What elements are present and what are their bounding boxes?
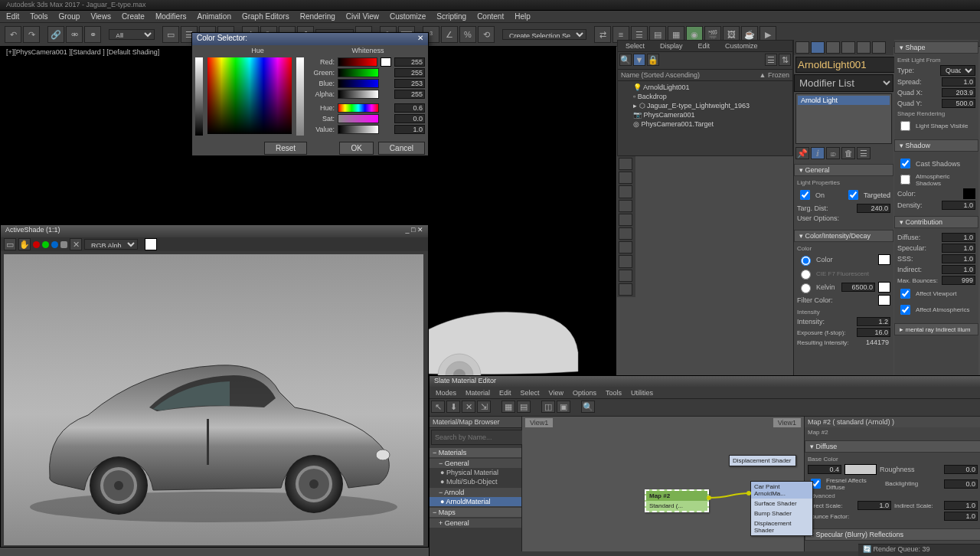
reset-button[interactable]: Reset xyxy=(264,142,307,155)
filter-bone-icon[interactable] xyxy=(619,241,632,253)
clear-button[interactable]: ✕ xyxy=(70,238,82,250)
affvp-checkbox[interactable] xyxy=(900,289,910,299)
menu-content[interactable]: Content xyxy=(477,12,504,21)
column-frozen[interactable]: ▲ Frozen xyxy=(760,71,789,79)
modifier-list[interactable]: Modifier List xyxy=(794,74,893,92)
scene-node[interactable]: 💡 ArnoldLight001 xyxy=(619,83,791,92)
hue-picker[interactable] xyxy=(207,57,292,134)
angle-snap-button[interactable]: ∠ xyxy=(441,26,458,43)
stack-item[interactable]: Arnold Light xyxy=(798,96,890,105)
filter-button[interactable]: ▼ xyxy=(633,54,645,66)
shadow-rollout[interactable]: ▾ Shadow xyxy=(894,139,978,152)
lock-button[interactable]: 🔒 xyxy=(647,54,659,66)
type-dropdown[interactable]: Quad xyxy=(940,65,975,76)
cdiff-input[interactable] xyxy=(942,233,975,242)
filter-swatch[interactable] xyxy=(878,295,890,306)
green-input[interactable] xyxy=(394,68,425,77)
spread-input[interactable] xyxy=(942,77,975,87)
zoom-extents-button[interactable]: 🔍 xyxy=(581,401,595,413)
rough-input[interactable] xyxy=(944,465,978,474)
indirects-input[interactable] xyxy=(944,501,978,510)
browser-item[interactable]: ● Multi/Sub-Object xyxy=(430,477,521,486)
menu-edit[interactable]: Edit xyxy=(6,12,19,21)
menu-group[interactable]: Group xyxy=(59,12,80,21)
redo-button[interactable]: ↷ xyxy=(23,26,40,43)
pick-button[interactable]: ↖ xyxy=(431,401,445,413)
render-view[interactable] xyxy=(4,254,423,545)
close-icon[interactable]: ✕ xyxy=(417,226,423,234)
node-displacement[interactable]: Displacement Shader xyxy=(729,455,796,466)
exposure-input[interactable] xyxy=(857,328,890,337)
filter-cam-icon[interactable] xyxy=(619,200,632,212)
sat-slider[interactable] xyxy=(338,114,379,123)
atmo-checkbox[interactable] xyxy=(900,175,910,185)
tab-edit[interactable]: Edit xyxy=(691,41,718,51)
delete-button[interactable]: ✕ xyxy=(462,401,475,413)
filter-space-icon[interactable] xyxy=(619,227,632,240)
red-dot-icon[interactable] xyxy=(33,241,40,248)
tab-select[interactable]: Select xyxy=(618,41,652,51)
hue-slider[interactable] xyxy=(338,103,379,113)
tab-customize[interactable]: Customize xyxy=(717,41,766,51)
whiteness-slider[interactable] xyxy=(296,57,304,136)
menu-civilview[interactable]: Civil View xyxy=(346,12,379,21)
blackness-slider[interactable] xyxy=(195,57,203,136)
bounce-input[interactable] xyxy=(944,512,978,521)
pan-button[interactable]: ✋ xyxy=(18,238,31,250)
cid-rollout[interactable]: ▾ Color/Intensity/Decay xyxy=(794,230,893,242)
sort-button[interactable]: ⇅ xyxy=(779,54,791,66)
menu-scripting[interactable]: Scripting xyxy=(436,12,466,21)
direct-input[interactable] xyxy=(858,501,891,510)
node-graph[interactable]: View1 View1 Displacement Shader Map #2 S… xyxy=(522,417,804,551)
red-slider[interactable] xyxy=(338,57,377,67)
targdist-input[interactable] xyxy=(857,204,890,213)
pin-stack-button[interactable]: 📌 xyxy=(795,147,809,159)
show-bg-button[interactable]: ▣ xyxy=(557,401,570,413)
show-result-button[interactable]: ⅈ xyxy=(811,147,825,159)
general-rollout[interactable]: ▾ General xyxy=(794,164,893,176)
kelvin-swatch[interactable] xyxy=(878,282,890,293)
link-button[interactable]: 🔗 xyxy=(47,26,64,43)
display-tab-icon[interactable] xyxy=(857,41,871,54)
maps-general-group[interactable]: + General xyxy=(430,518,521,528)
slate-menu-select[interactable]: Select xyxy=(521,389,540,397)
channel-dropdown[interactable]: RGB Alpha xyxy=(84,239,138,250)
intensity-input[interactable] xyxy=(857,317,890,326)
show-map-button[interactable]: ◫ xyxy=(541,401,555,413)
general-group[interactable]: − General xyxy=(430,459,521,468)
filter-none-icon[interactable] xyxy=(619,270,632,282)
menu-animation[interactable]: Animation xyxy=(197,12,230,21)
alpha-input[interactable] xyxy=(394,90,425,99)
kelvin-input[interactable] xyxy=(841,283,875,292)
modify-tab-icon[interactable] xyxy=(811,41,825,54)
targeted-checkbox[interactable] xyxy=(848,190,858,200)
val-slider[interactable] xyxy=(338,125,379,134)
slate-menu-options[interactable]: Options xyxy=(573,389,596,397)
filter-light-icon[interactable] xyxy=(619,185,632,198)
slate-menu-material[interactable]: Material xyxy=(466,389,490,397)
diffuse-rollout[interactable]: ▾ Diffuse xyxy=(805,440,980,453)
unlink-button[interactable]: ⚮ xyxy=(66,26,83,43)
contribution-rollout[interactable]: ▾ Contribution xyxy=(894,216,978,228)
undo-button[interactable]: ↶ xyxy=(5,26,21,43)
val-input[interactable] xyxy=(394,125,425,134)
slate-menu-edit[interactable]: Edit xyxy=(499,389,511,397)
browser-item[interactable]: ● Physical Material xyxy=(430,468,521,477)
blue-dot-icon[interactable] xyxy=(51,241,58,248)
unique-button[interactable]: ⎄ xyxy=(826,147,840,159)
color-swatch[interactable] xyxy=(878,254,890,265)
materials-group[interactable]: − Materials xyxy=(430,448,521,457)
maximize-icon[interactable]: □ xyxy=(411,226,415,234)
blue-slider[interactable] xyxy=(338,79,379,88)
assign-button[interactable]: ⬇ xyxy=(446,401,460,413)
preset-radio[interactable] xyxy=(801,270,811,280)
filter-all-icon[interactable] xyxy=(619,255,632,267)
menu-tools[interactable]: Tools xyxy=(30,12,47,21)
modifier-stack[interactable]: Arnold Light xyxy=(795,93,892,144)
hierarchy-tab-icon[interactable] xyxy=(826,41,840,54)
mray-rollout[interactable]: ▸ mental ray Indirect Illum xyxy=(894,323,978,335)
green-dot-icon[interactable] xyxy=(42,241,49,248)
qx-input[interactable] xyxy=(942,88,975,97)
slate-menu-modes[interactable]: Modes xyxy=(436,389,456,397)
blue-input[interactable] xyxy=(394,79,425,88)
